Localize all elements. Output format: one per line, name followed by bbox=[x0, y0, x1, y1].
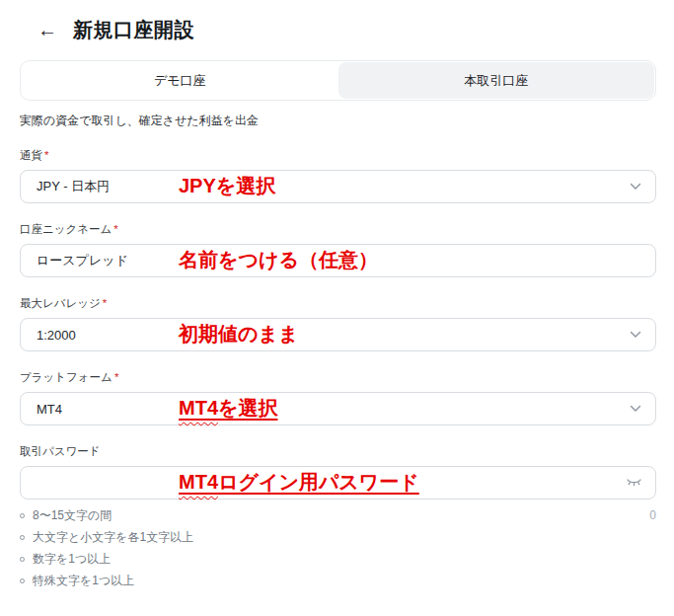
password-rule-text: 大文字と小文字を各1文字以上 bbox=[33, 529, 193, 546]
bullet-icon bbox=[20, 535, 25, 540]
tab-demo-account[interactable]: デモ口座 bbox=[22, 62, 338, 99]
back-arrow-icon[interactable]: ← bbox=[37, 20, 57, 39]
page-header: ← 新規口座開設 bbox=[20, 16, 656, 43]
required-asterisk: * bbox=[103, 297, 107, 309]
account-type-tabs: デモ口座 本取引口座 bbox=[20, 60, 656, 101]
annotation-platform-em: MT4 bbox=[179, 397, 218, 419]
leverage-group: 最大レバレッジ* 1:2000 初期値のまま bbox=[20, 296, 656, 351]
currency-group: 通貨* JPY - 日本円 JPYを選択 bbox=[20, 148, 656, 203]
leverage-label-text: 最大レバレッジ bbox=[20, 297, 101, 309]
required-asterisk: * bbox=[114, 371, 118, 383]
password-label: 取引パスワード bbox=[20, 444, 656, 459]
leverage-select[interactable]: 1:2000 初期値のまま bbox=[20, 318, 656, 351]
page-title: 新規口座開設 bbox=[73, 17, 194, 43]
password-rule: 8〜15文字の間 bbox=[20, 507, 193, 524]
chevron-down-icon bbox=[630, 183, 641, 191]
password-rule: 大文字と小文字を各1文字以上 bbox=[20, 529, 193, 546]
currency-label: 通貨* bbox=[20, 148, 656, 163]
bullet-icon bbox=[20, 557, 25, 562]
password-rule: 数字を1つ以上 bbox=[20, 551, 193, 568]
leverage-label: 最大レバレッジ* bbox=[20, 296, 656, 311]
leverage-value: 1:2000 bbox=[37, 328, 76, 343]
required-asterisk: * bbox=[113, 223, 117, 235]
annotation-leverage: 初期値のまま bbox=[179, 321, 298, 347]
currency-value: JPY - 日本円 bbox=[37, 178, 110, 195]
password-rule-text: 8〜15文字の間 bbox=[33, 507, 112, 524]
password-field: MT4ログイン用パスワード bbox=[20, 466, 656, 500]
currency-select[interactable]: JPY - 日本円 JPYを選択 bbox=[20, 170, 656, 203]
chevron-down-icon bbox=[630, 331, 641, 339]
platform-select[interactable]: MT4 MT4を選択 bbox=[20, 392, 656, 425]
bullet-icon bbox=[20, 513, 25, 518]
password-rules-list: 8〜15文字の間 大文字と小文字を各1文字以上 数字を1つ以上 特殊文字を1つ以… bbox=[20, 507, 193, 594]
password-group: 取引パスワード MT4ログイン用パスワード 8〜15文字の間 大文字と小文 bbox=[20, 444, 656, 594]
real-account-description: 実際の資金で取引し、確定させた利益を出金 bbox=[20, 113, 656, 129]
nickname-label: 口座ニックネーム* bbox=[20, 222, 656, 237]
platform-label-text: プラットフォーム bbox=[20, 371, 112, 383]
chevron-down-icon bbox=[630, 405, 641, 413]
password-rule-text: 特殊文字を1つ以上 bbox=[33, 573, 134, 589]
nickname-group: 口座ニックネーム* 名前をつける（任意） bbox=[20, 222, 656, 277]
eye-closed-icon[interactable] bbox=[626, 477, 642, 489]
password-label-text: 取引パスワード bbox=[20, 445, 101, 457]
password-char-counter: 0 bbox=[649, 507, 656, 522]
annotation-platform-rest: を選択 bbox=[218, 397, 277, 419]
required-asterisk: * bbox=[44, 149, 48, 161]
platform-value: MT4 bbox=[37, 402, 62, 417]
bullet-icon bbox=[20, 578, 25, 583]
annotation-platform: MT4を選択 bbox=[179, 395, 277, 422]
password-rules-row: 8〜15文字の間 大文字と小文字を各1文字以上 数字を1つ以上 特殊文字を1つ以… bbox=[20, 507, 656, 594]
tab-real-account[interactable]: 本取引口座 bbox=[338, 62, 655, 99]
password-rule-text: 数字を1つ以上 bbox=[33, 551, 111, 568]
nickname-input[interactable] bbox=[37, 254, 639, 269]
annotation-currency: JPYを選択 bbox=[179, 173, 275, 199]
nickname-label-text: 口座ニックネーム bbox=[20, 223, 112, 235]
platform-group: プラットフォーム* MT4 MT4を選択 bbox=[20, 370, 656, 425]
platform-label: プラットフォーム* bbox=[20, 370, 656, 385]
trading-password-input[interactable] bbox=[37, 476, 639, 491]
password-rule: 特殊文字を1つ以上 bbox=[20, 573, 193, 589]
nickname-field: 名前をつける（任意） bbox=[20, 244, 656, 277]
currency-label-text: 通貨 bbox=[20, 149, 42, 161]
account-open-page: ← 新規口座開設 デモ口座 本取引口座 実際の資金で取引し、確定させた利益を出金… bbox=[0, 0, 674, 616]
